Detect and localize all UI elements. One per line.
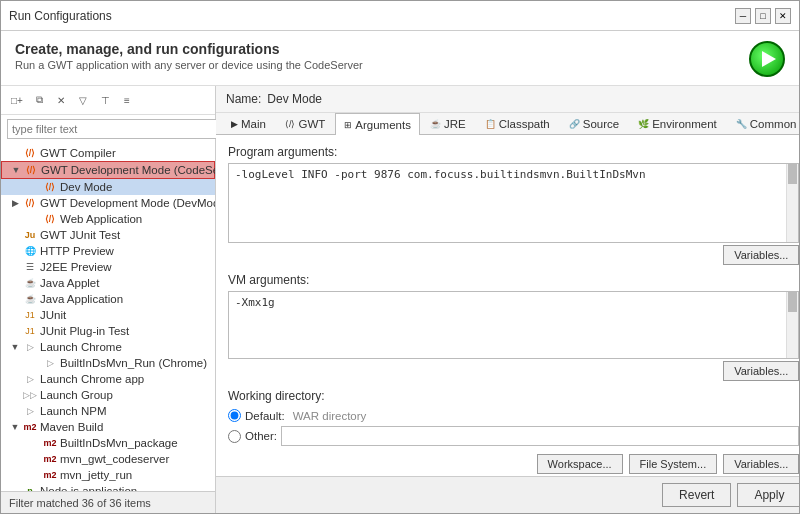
list-item[interactable]: Ju GWT JUnit Test — [1, 227, 215, 243]
item-label: Launch Group — [40, 389, 113, 401]
window-title: Run Configurations — [9, 9, 735, 23]
java-icon: ☕ — [23, 292, 37, 306]
default-radio[interactable] — [228, 409, 241, 422]
tab-main[interactable]: ▶ Main — [222, 113, 275, 134]
gwt-icon: ⟨/⟩ — [23, 196, 37, 210]
common-tab-icon: 🔧 — [736, 119, 747, 129]
tab-label: JRE — [444, 118, 466, 130]
list-item[interactable]: ▷ BuiltInDsMvn_Run (Chrome) — [1, 355, 215, 371]
filter-button[interactable]: ▽ — [73, 90, 93, 110]
revert-button[interactable]: Revert — [662, 483, 731, 507]
expand-icon — [29, 453, 41, 465]
vm-args-label: VM arguments: — [228, 273, 799, 287]
source-tab-icon: 🔗 — [569, 119, 580, 129]
expand-icon — [9, 373, 21, 385]
program-args-value: -logLevel INFO -port 9876 com.focuss.bui… — [235, 168, 646, 181]
list-item[interactable]: ▼ ⟨/⟩ GWT Development Mode (CodeServ — [1, 161, 215, 179]
item-label: BuiltInDsMvn_Run (Chrome) — [60, 357, 207, 369]
list-item[interactable]: ⟨/⟩ Dev Mode — [1, 179, 215, 195]
list-item[interactable]: m2 mvn_gwt_codeserver — [1, 451, 215, 467]
expand-icon — [9, 277, 21, 289]
tab-label: Main — [241, 118, 266, 130]
list-item[interactable]: ☕ Java Application — [1, 291, 215, 307]
item-label: HTTP Preview — [40, 245, 114, 257]
list-item[interactable]: ☕ Java Applet — [1, 275, 215, 291]
list-item[interactable]: ▼ ▷ Launch Chrome — [1, 339, 215, 355]
list-item[interactable]: J1 JUnit Plug-in Test — [1, 323, 215, 339]
list-item[interactable]: ▼ m2 Maven Build — [1, 419, 215, 435]
run-button[interactable] — [749, 41, 785, 77]
other-input[interactable] — [281, 426, 799, 446]
scrollbar-thumb — [788, 292, 797, 312]
filter-input[interactable] — [7, 119, 221, 139]
wd-variables-button[interactable]: Variables... — [723, 454, 799, 474]
item-label: Launch NPM — [40, 405, 106, 417]
jre-tab-icon: ☕ — [430, 119, 441, 129]
expand-icon — [9, 293, 21, 305]
apply-button[interactable]: Apply — [737, 483, 799, 507]
list-item[interactable]: ▷▷ Launch Group — [1, 387, 215, 403]
sort-button[interactable]: ⊤ — [95, 90, 115, 110]
tab-arguments[interactable]: ⊞ Arguments — [335, 113, 420, 135]
status-bar: Filter matched 36 of 36 items — [1, 491, 215, 513]
collapse-all-button[interactable]: ≡ — [117, 90, 137, 110]
tab-common[interactable]: 🔧 Common — [727, 113, 799, 134]
header-title: Create, manage, and run configurations — [15, 41, 363, 57]
vm-args-wrapper: -Xmx1g — [228, 291, 799, 359]
expand-icon: ▼ — [9, 341, 21, 353]
junit-icon: Ju — [23, 228, 37, 242]
working-dir-section: Working directory: Default: WAR director… — [228, 389, 799, 474]
launch-icon: ▷ — [23, 340, 37, 354]
header: Create, manage, and run configurations R… — [1, 31, 799, 86]
launch-group-icon: ▷▷ — [23, 388, 37, 402]
other-radio[interactable] — [228, 430, 241, 443]
close-button[interactable]: ✕ — [775, 8, 791, 24]
minimize-button[interactable]: ─ — [735, 8, 751, 24]
maven-icon: m2 — [43, 468, 57, 482]
header-subtitle: Run a GWT application with any server or… — [15, 59, 363, 71]
list-item[interactable]: 🌐 HTTP Preview — [1, 243, 215, 259]
expand-icon — [9, 245, 21, 257]
list-item[interactable]: m2 BuiltInDsMvn_package — [1, 435, 215, 451]
name-row: Name: Dev Mode — [216, 86, 799, 113]
launch-icon: ▷ — [43, 356, 57, 370]
vm-args-variables-button[interactable]: Variables... — [723, 361, 799, 381]
expand-icon — [9, 405, 21, 417]
expand-icon — [29, 437, 41, 449]
list-item[interactable]: ▶ ⟨/⟩ GWT Development Mode (DevMode) — [1, 195, 215, 211]
list-item[interactable]: J1 JUnit — [1, 307, 215, 323]
tab-classpath[interactable]: 📋 Classpath — [476, 113, 559, 134]
tab-jre[interactable]: ☕ JRE — [421, 113, 475, 134]
j2ee-icon: ☰ — [23, 260, 37, 274]
tab-source[interactable]: 🔗 Source — [560, 113, 628, 134]
list-item[interactable]: n Node.js application — [1, 483, 215, 491]
list-item[interactable]: ▷ Launch NPM — [1, 403, 215, 419]
item-label: Web Application — [60, 213, 142, 225]
scrollbar-thumb — [788, 164, 797, 184]
program-args-variables-button[interactable]: Variables... — [723, 245, 799, 265]
vm-args-box: -Xmx1g — [228, 291, 799, 359]
list-item[interactable]: ⟨/⟩ Web Application — [1, 211, 215, 227]
duplicate-button[interactable]: ⧉ — [29, 90, 49, 110]
tab-gwt[interactable]: ⟨/⟩ GWT — [276, 113, 334, 134]
item-label: mvn_gwt_codeserver — [60, 453, 169, 465]
filter-status: Filter matched 36 of 36 items — [9, 497, 151, 509]
workspace-button[interactable]: Workspace... — [537, 454, 623, 474]
tab-environment[interactable]: 🌿 Environment — [629, 113, 726, 134]
delete-button[interactable]: ✕ — [51, 90, 71, 110]
new-config-button[interactable]: □+ — [7, 90, 27, 110]
list-item[interactable]: ☰ J2EE Preview — [1, 259, 215, 275]
http-icon: 🌐 — [23, 244, 37, 258]
gwt-icon: ⟨/⟩ — [23, 146, 37, 160]
list-item[interactable]: ⟨/⟩ GWT Compiler — [1, 145, 215, 161]
list-item[interactable]: m2 mvn_jetty_run — [1, 467, 215, 483]
right-panel: Name: Dev Mode ▶ Main ⟨/⟩ GWT ⊞ Argument… — [216, 86, 799, 513]
list-item[interactable]: ▷ Launch Chrome app — [1, 371, 215, 387]
bottom-buttons: Revert Apply — [216, 476, 799, 513]
maximize-button[interactable]: □ — [755, 8, 771, 24]
expand-icon — [9, 229, 21, 241]
file-system-button[interactable]: File System... — [629, 454, 718, 474]
item-label: Java Application — [40, 293, 123, 305]
expand-icon — [29, 181, 41, 193]
launch-icon: ▷ — [23, 404, 37, 418]
